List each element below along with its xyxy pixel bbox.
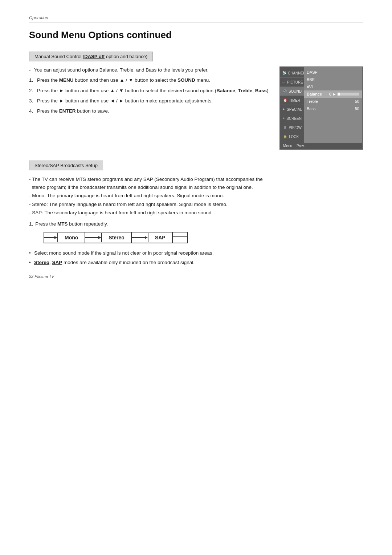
tv-balance-value: 0 ► [329, 92, 359, 96]
pipdw-icon: ⧉ [282, 125, 287, 130]
tv-menu-label: Menu [283, 144, 292, 148]
stereo-section: Stereo/SAP Broadcasts Setup - The TV can… [29, 161, 363, 266]
tv-item-bass: Bass 50 [304, 105, 362, 112]
tv-balance-bar-fill [338, 93, 340, 96]
arrow-svg-tail [173, 234, 187, 239]
arrow-svg-end [132, 235, 148, 240]
header-section: Operation [29, 15, 363, 23]
mts-flow-diagram: Mono Stereo SAP [44, 232, 188, 243]
manual-sound-section: Manual Sound Control (DASP off option an… [29, 52, 363, 150]
svg-marker-1 [54, 236, 57, 239]
tv-item-avl: AVL [304, 83, 362, 90]
mts-step-1: 1. Press the MTS button repeatedly. [29, 221, 363, 227]
footer-page-label: 22 Plasma TV [29, 274, 54, 279]
stereo-bullets: - The TV can receive MTS stereo programs… [29, 175, 363, 217]
step-4: 4. Press the ENTER button to save. [29, 108, 272, 115]
dasp-off-label: DASP off [84, 54, 105, 59]
tv-item-balance: Balance 0 ► [304, 90, 362, 98]
tv-item-treble: Treble 50 [304, 98, 362, 105]
tv-sidebar-screen: + SCREEN [280, 114, 304, 123]
stereo-bullet-3: - Stereo: The primary language is heard … [29, 200, 363, 208]
tv-item-dasp: DASP [304, 69, 362, 76]
arrow-svg-start [44, 235, 57, 240]
tv-sidebar-lock: 🔒 LOCK [280, 132, 304, 141]
mts-end-line [173, 234, 187, 240]
mts-flow-arrow-mid [85, 233, 102, 242]
tv-sidebar-timer: ⏰ TIMER [280, 96, 304, 105]
steps-list: 1. Press the MENU button and then use ▲ … [29, 77, 272, 115]
svg-marker-3 [98, 236, 101, 239]
tv-menu-inner: 📡 CHANNEL ▭ PICTURE 🔊 SOUND ⏰ [280, 67, 362, 143]
stereo-bullet-1: - The TV can receive MTS stereo programs… [29, 175, 363, 191]
tv-sidebar-channel: 📡 CHANNEL [280, 69, 304, 78]
screen-icon: + [282, 116, 285, 121]
mts-sap-box: SAP [148, 232, 173, 243]
tv-item-bbe: BBE [304, 76, 362, 83]
tv-sidebar-picture: ▭ PICTURE [280, 78, 304, 87]
page-title: Sound Menu Options continued [29, 29, 363, 41]
step-3: 3. Press the ► button and then use ◄ / ►… [29, 97, 272, 105]
tv-sidebar-special: ✦ SPECIAL [280, 105, 304, 114]
tv-sidebar: 📡 CHANNEL ▭ PICTURE 🔊 SOUND ⏰ [280, 67, 304, 143]
tv-menu-screenshot: 📡 CHANNEL ▭ PICTURE 🔊 SOUND ⏰ [279, 66, 363, 150]
section-label: Operation [29, 15, 48, 20]
tv-bottom-bar: Menu Prev. [280, 143, 362, 149]
dot-bullet-2: Stereo, SAP modes are available only if … [29, 259, 363, 267]
footer: 22 Plasma TV [29, 272, 363, 279]
intro-bullet: - You can adjust sound options Balance, … [29, 66, 272, 74]
tv-sidebar-sound: 🔊 SOUND [280, 87, 304, 96]
lock-icon: 🔒 [282, 134, 287, 139]
stereo-bullet-2: - Mono: The primary language is heard fr… [29, 192, 363, 200]
sound-icon: 🔊 [282, 89, 287, 94]
tv-main-panel: DASP BBE AVL Balance 0 ► [304, 67, 362, 143]
mts-flow-arrow-start [44, 233, 58, 242]
stereo-bullet-4: - SAP: The secondary language is heard f… [29, 209, 363, 217]
timer-icon: ⏰ [282, 98, 287, 103]
dot-bullet-1: Select mono sound mode if the signal is … [29, 249, 363, 257]
content-with-image: - You can adjust sound options Balance, … [29, 66, 363, 150]
text-content: - You can adjust sound options Balance, … [29, 66, 272, 118]
channel-icon: 📡 [282, 70, 286, 76]
mts-flow-arrow-end [132, 233, 148, 242]
step-1: 1. Press the MENU button and then use ▲ … [29, 77, 272, 84]
step-2: 2. Press the ► button and then use ▲ / ▼… [29, 87, 272, 94]
tv-prev-label: Prev. [297, 144, 305, 148]
svg-marker-5 [145, 236, 148, 239]
tv-balance-bar [338, 93, 359, 96]
mts-mono-box: Mono [58, 232, 85, 243]
arrow-svg-mid [85, 235, 101, 240]
tv-sidebar-pipdw: ⧉ PIP/DW [280, 123, 304, 132]
picture-icon: ▭ [282, 80, 286, 85]
special-icon: ✦ [282, 107, 285, 112]
stereo-box-label: Stereo/SAP Broadcasts Setup [29, 161, 103, 170]
mts-stereo-box: Stereo [102, 232, 132, 243]
manual-sound-box-label: Manual Sound Control (DASP off option an… [29, 52, 153, 61]
